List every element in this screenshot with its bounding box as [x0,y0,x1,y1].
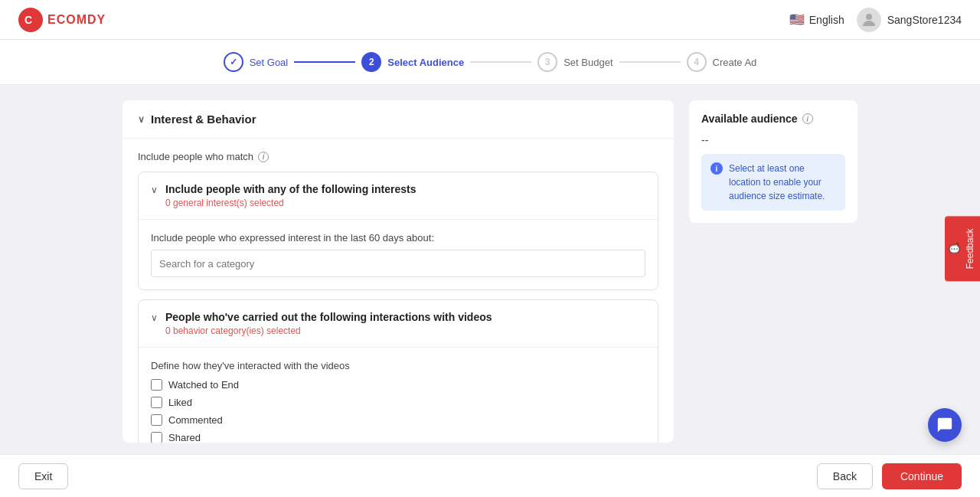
header-right: 🇺🇸 English SangStore1234 [789,8,962,32]
available-audience-title: Available audience i [701,113,845,125]
checkbox-commented-input[interactable] [151,414,162,426]
section-header[interactable]: ∨ Interest & Behavior [122,100,674,139]
step-line-2 [470,61,531,63]
info-icon: i [258,152,269,162]
step-line-1 [294,61,355,63]
step-3: 3 Set Budget [537,52,612,72]
step-1-label: Set Goal [250,57,289,68]
step-line-3 [619,61,681,63]
step-3-label: Set Budget [564,57,612,68]
interests-card: ∨ Include people with any of the followi… [138,172,658,290]
continue-button[interactable]: Continue [882,463,962,489]
chevron-down-icon: ∨ [138,114,145,125]
interests-card-body: Include people who expressed interest in… [139,219,658,289]
interests-toggle-icon: ∨ [151,185,158,195]
available-audience-info-icon: i [802,113,813,124]
logo[interactable]: C ECOMDY [18,8,106,32]
interests-title-group: Include people with any of the following… [165,183,645,208]
user-info[interactable]: SangStore1234 [857,8,962,32]
interests-card-header[interactable]: ∨ Include people with any of the followi… [139,172,658,219]
footer: Exit Back Continue [0,454,980,497]
interests-card-title: Include people with any of the following… [165,183,645,195]
behavior-card-subtitle: 0 behavior category(ies) selected [165,325,645,336]
checkbox-liked[interactable]: Liked [151,397,645,408]
svg-text:C: C [24,14,32,26]
header: C ECOMDY 🇺🇸 English SangStore1234 [0,0,980,40]
language-label: English [809,14,844,26]
step-1-circle: ✓ [224,52,243,72]
svg-point-2 [866,14,872,20]
define-interactions-label: Define how they've interacted with the v… [151,360,645,371]
behavior-card: ∨ People who've carried out the followin… [138,299,658,443]
checkbox-shared-input[interactable] [151,432,162,443]
exit-button[interactable]: Exit [18,463,68,489]
interaction-checkboxes: Watched to End Liked Commented Shar [151,379,645,443]
behavior-title-group: People who've carried out the following … [165,311,645,336]
checkbox-liked-label: Liked [168,397,192,408]
checkbox-commented[interactable]: Commented [151,414,645,426]
step-2-circle: 2 [361,52,381,72]
checkbox-shared-label: Shared [168,432,201,443]
step-4: 4 Create Ad [687,52,757,72]
feedback-tab[interactable]: 💬 Feedback [945,216,980,281]
audience-value: -- [701,134,845,146]
feedback-icon: 💬 [949,243,960,254]
interests-search-input[interactable] [151,250,645,277]
step-3-circle: 3 [537,52,557,72]
include-match-label: Include people who match i [138,151,658,162]
username: SangStore1234 [887,14,962,26]
section-title: Interest & Behavior [151,113,256,126]
checkbox-liked-input[interactable] [151,397,162,408]
section-body: Include people who match i ∨ Include peo… [122,139,674,443]
step-1: ✓ Set Goal [224,52,289,72]
audience-notice: i Select at least one location to enable… [701,154,845,211]
notice-text: Select at least one location to enable y… [729,162,836,203]
chat-button[interactable] [928,408,962,442]
checkbox-commented-label: Commented [168,414,223,426]
footer-right: Back Continue [817,463,962,489]
express-interest-label: Include people who expressed interest in… [151,232,645,244]
flag-icon: 🇺🇸 [789,12,805,27]
left-panel: ∨ Interest & Behavior Include people who… [122,100,674,443]
behavior-toggle-icon: ∨ [151,312,158,323]
right-panel: Available audience i -- i Select at leas… [689,100,858,223]
behavior-card-header[interactable]: ∨ People who've carried out the followin… [139,300,658,347]
step-4-circle: 4 [687,52,707,72]
checkbox-watched-label: Watched to End [168,379,239,391]
language-selector[interactable]: 🇺🇸 English [789,12,844,27]
back-button[interactable]: Back [817,463,873,489]
main-content: ∨ Interest & Behavior Include people who… [0,85,980,458]
checkbox-watched[interactable]: Watched to End [151,379,645,391]
step-2: 2 Select Audience [361,52,464,72]
step-4-label: Create Ad [713,57,757,68]
notice-icon: i [710,162,723,175]
avatar [857,8,881,32]
checkbox-watched-input[interactable] [151,379,162,391]
interests-card-subtitle: 0 general interest(s) selected [165,198,645,208]
checkbox-shared[interactable]: Shared [151,432,645,443]
step-2-label: Select Audience [387,57,464,68]
behavior-card-title: People who've carried out the following … [165,311,645,323]
steps-bar: ✓ Set Goal 2 Select Audience 3 Set Budge… [0,40,980,85]
logo-text: ECOMDY [47,13,106,27]
behavior-card-body: Define how they've interacted with the v… [139,347,658,443]
feedback-label: Feedback [965,228,975,269]
